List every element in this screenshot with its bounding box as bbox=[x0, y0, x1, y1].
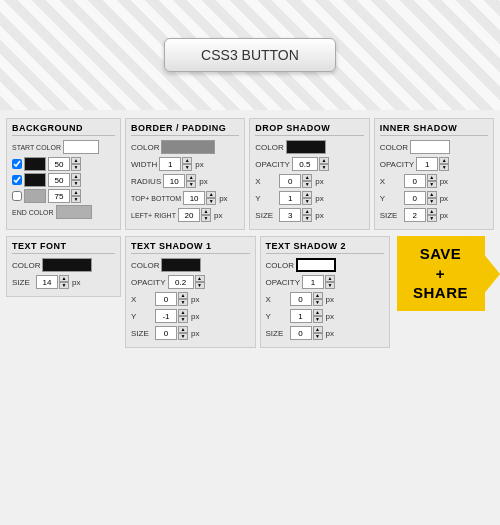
border-width-btns: ▲ ▼ bbox=[182, 157, 192, 171]
bg-up-2[interactable]: ▲ bbox=[71, 173, 81, 180]
is-opacity-input[interactable] bbox=[416, 157, 438, 171]
ts2-y-input[interactable] bbox=[290, 309, 312, 323]
bg-checkbox-3[interactable] bbox=[12, 191, 22, 201]
ts1-x-btns: ▲ ▼ bbox=[178, 292, 188, 306]
ts2-size-row: SIZE ▲ ▼ px bbox=[266, 326, 385, 340]
ts2-size-input[interactable] bbox=[290, 326, 312, 340]
ds-size-down[interactable]: ▼ bbox=[302, 215, 312, 222]
bg-color-1[interactable] bbox=[24, 157, 46, 171]
tf-size-up[interactable]: ▲ bbox=[59, 275, 69, 282]
is-x-input[interactable] bbox=[404, 174, 426, 188]
bg-up-1[interactable]: ▲ bbox=[71, 157, 81, 164]
border-leftright-up[interactable]: ▲ bbox=[201, 208, 211, 215]
ts2-y-down[interactable]: ▼ bbox=[313, 316, 323, 323]
ts2-opacity-spinner: ▲ ▼ bbox=[302, 275, 335, 289]
save-share-label: SAVE+SHARE bbox=[413, 244, 468, 303]
ds-y-input[interactable] bbox=[279, 191, 301, 205]
is-opacity-up[interactable]: ▲ bbox=[439, 157, 449, 164]
ts1-size-down[interactable]: ▼ bbox=[178, 333, 188, 340]
ts1-y-input[interactable] bbox=[155, 309, 177, 323]
ts1-size-up[interactable]: ▲ bbox=[178, 326, 188, 333]
border-width-down[interactable]: ▼ bbox=[182, 164, 192, 171]
ds-y-up[interactable]: ▲ bbox=[302, 191, 312, 198]
border-width-input[interactable] bbox=[159, 157, 181, 171]
ts1-opacity-input[interactable] bbox=[168, 275, 194, 289]
bg-value-3[interactable] bbox=[48, 189, 70, 203]
start-color-picker[interactable] bbox=[63, 140, 99, 154]
tf-color-row: COLOR bbox=[12, 258, 115, 272]
is-x-up[interactable]: ▲ bbox=[427, 174, 437, 181]
ts2-size-down[interactable]: ▼ bbox=[313, 333, 323, 340]
border-color-picker[interactable] bbox=[161, 140, 215, 154]
ts1-x-down[interactable]: ▼ bbox=[178, 299, 188, 306]
bg-down-3[interactable]: ▼ bbox=[71, 196, 81, 203]
bg-down-1[interactable]: ▼ bbox=[71, 164, 81, 171]
bg-value-1[interactable] bbox=[48, 157, 70, 171]
ds-size-up[interactable]: ▲ bbox=[302, 208, 312, 215]
border-topbottom-down[interactable]: ▼ bbox=[206, 198, 216, 205]
is-x-down[interactable]: ▼ bbox=[427, 181, 437, 188]
ts2-x-input[interactable] bbox=[290, 292, 312, 306]
ts2-y-up[interactable]: ▲ bbox=[313, 309, 323, 316]
ds-y-down[interactable]: ▼ bbox=[302, 198, 312, 205]
inner-shadow-panel: INNER SHADOW COLOR OPACITY ▲ ▼ X bbox=[374, 118, 494, 230]
is-size-down[interactable]: ▼ bbox=[427, 215, 437, 222]
ts1-x-label: X bbox=[131, 295, 153, 304]
tf-color-picker[interactable] bbox=[42, 258, 92, 272]
tf-size-input[interactable] bbox=[36, 275, 58, 289]
border-width-up[interactable]: ▲ bbox=[182, 157, 192, 164]
ds-opacity-down[interactable]: ▼ bbox=[319, 164, 329, 171]
ds-x-down[interactable]: ▼ bbox=[302, 181, 312, 188]
ds-y-row: Y ▲ ▼ px bbox=[255, 191, 363, 205]
border-leftright-down[interactable]: ▼ bbox=[201, 215, 211, 222]
bg-color-2[interactable] bbox=[24, 173, 46, 187]
ts2-opacity-down[interactable]: ▼ bbox=[325, 282, 335, 289]
ts2-size-up[interactable]: ▲ bbox=[313, 326, 323, 333]
ts2-opacity-input[interactable] bbox=[302, 275, 324, 289]
bg-color-3[interactable] bbox=[24, 189, 46, 203]
ts1-opacity-down[interactable]: ▼ bbox=[195, 282, 205, 289]
ds-x-input[interactable] bbox=[279, 174, 301, 188]
css3-preview-button[interactable]: CSS3 BUTTON bbox=[164, 38, 336, 72]
bottom-panels-row: TEXT FONT COLOR SIZE ▲ ▼ px TEXT SHADOW bbox=[6, 236, 494, 348]
border-topbottom-input[interactable] bbox=[183, 191, 205, 205]
border-radius-down[interactable]: ▼ bbox=[186, 181, 196, 188]
border-leftright-input[interactable] bbox=[178, 208, 200, 222]
ts1-color-picker[interactable] bbox=[161, 258, 201, 272]
ds-opacity-up[interactable]: ▲ bbox=[319, 157, 329, 164]
is-size-input[interactable] bbox=[404, 208, 426, 222]
border-radius-input[interactable] bbox=[163, 174, 185, 188]
ds-color-picker[interactable] bbox=[286, 140, 326, 154]
end-color-picker[interactable] bbox=[56, 205, 92, 219]
border-leftright-row: LEFT+ RIGHT ▲ ▼ px bbox=[131, 208, 239, 222]
ds-opacity-label: OPACITY bbox=[255, 160, 290, 169]
bg-checkbox-2[interactable] bbox=[12, 175, 22, 185]
ts1-y-up[interactable]: ▲ bbox=[178, 309, 188, 316]
bg-value-2[interactable] bbox=[48, 173, 70, 187]
is-y-input[interactable] bbox=[404, 191, 426, 205]
bg-up-3[interactable]: ▲ bbox=[71, 189, 81, 196]
ts2-color-picker[interactable] bbox=[296, 258, 336, 272]
bg-checkbox-1[interactable] bbox=[12, 159, 22, 169]
ts1-x-up[interactable]: ▲ bbox=[178, 292, 188, 299]
bg-down-2[interactable]: ▼ bbox=[71, 180, 81, 187]
border-panel-title: BORDER / PADDING bbox=[131, 123, 239, 136]
is-y-up[interactable]: ▲ bbox=[427, 191, 437, 198]
border-topbottom-up[interactable]: ▲ bbox=[206, 191, 216, 198]
ts2-opacity-up[interactable]: ▲ bbox=[325, 275, 335, 282]
ts1-y-down[interactable]: ▼ bbox=[178, 316, 188, 323]
is-opacity-down[interactable]: ▼ bbox=[439, 164, 449, 171]
ts2-x-down[interactable]: ▼ bbox=[313, 299, 323, 306]
ds-size-input[interactable] bbox=[279, 208, 301, 222]
border-radius-up[interactable]: ▲ bbox=[186, 174, 196, 181]
ts1-size-input[interactable] bbox=[155, 326, 177, 340]
ts1-opacity-up[interactable]: ▲ bbox=[195, 275, 205, 282]
ts1-x-input[interactable] bbox=[155, 292, 177, 306]
ds-opacity-input[interactable] bbox=[292, 157, 318, 171]
ts2-x-up[interactable]: ▲ bbox=[313, 292, 323, 299]
ds-x-up[interactable]: ▲ bbox=[302, 174, 312, 181]
is-size-up[interactable]: ▲ bbox=[427, 208, 437, 215]
tf-size-down[interactable]: ▼ bbox=[59, 282, 69, 289]
is-y-down[interactable]: ▼ bbox=[427, 198, 437, 205]
is-color-picker[interactable] bbox=[410, 140, 450, 154]
